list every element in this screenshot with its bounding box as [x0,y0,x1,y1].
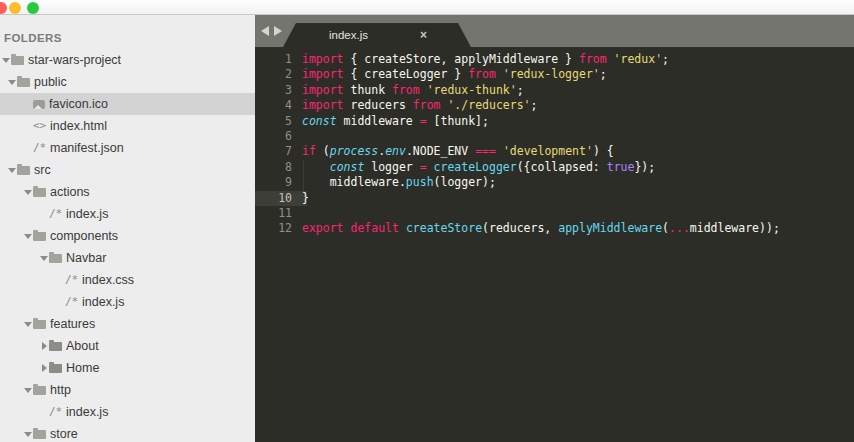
code-token [607,52,614,66]
code-token: ; [531,98,538,112]
disclosure-triangle-icon[interactable] [24,187,32,197]
tree-item-navbar[interactable]: Navbar [0,247,255,269]
tree-item-index-css[interactable]: /*index.css [0,269,255,291]
code-line-6[interactable]: 6 [255,129,854,144]
tree-item-index-html[interactable]: <>index.html [0,115,255,137]
code-token: applyMiddleware [558,221,662,235]
disclosure-triangle-icon[interactable] [24,385,32,395]
tree-item-store[interactable]: store [0,423,255,442]
code-token [302,160,330,174]
tab-index-js[interactable]: index.js × [283,23,471,47]
code-line-2[interactable]: 2import { createLogger } from 'redux-log… [255,67,854,82]
code-file-icon: /* [65,296,78,308]
disclosure-triangle-icon[interactable] [24,429,32,439]
file-tree: star-wars-projectpublicfavicon.ico<>inde… [0,49,255,442]
line-number: 5 [255,114,302,129]
code-token: env [385,144,406,158]
code-token: middleware. [302,175,406,189]
prev-tab-icon[interactable] [261,26,269,36]
tree-item-label: actions [50,185,90,199]
code-line-content[interactable]: middleware.push(logger); [302,175,496,190]
tree-item-about[interactable]: About [0,335,255,357]
folder-icon [17,166,30,175]
code-line-11[interactable]: 11 [255,206,854,221]
code-line-10[interactable]: 10} [255,191,854,206]
tree-item-index-js[interactable]: /*index.js [0,401,255,423]
code-line-7[interactable]: 7if (process.env.NODE_ENV === 'developme… [255,144,854,159]
code-file-icon: /* [33,142,46,154]
sublime-text-window: FOLDERS star-wars-projectpublicfavicon.i… [0,0,854,442]
code-line-1[interactable]: 1import { createStore, applyMiddleware }… [255,52,854,67]
code-token: (reducers, [482,221,558,235]
code-line-3[interactable]: 3import thunk from 'redux-thunk'; [255,83,854,98]
code-line-content[interactable]: if (process.env.NODE_ENV === 'developmen… [302,144,614,159]
code-line-9[interactable]: 9 middleware.push(logger); [255,175,854,190]
line-number: 7 [255,144,302,159]
tree-item-label: index.js [66,207,108,221]
code-token: const [330,160,365,174]
code-line-5[interactable]: 5const middleware = [thunk]; [255,114,854,129]
code-line-4[interactable]: 4import reducers from './reducers'; [255,98,854,113]
tree-item-manifest-json[interactable]: /*manifest.json [0,137,255,159]
tree-item-home[interactable]: Home [0,357,255,379]
disclosure-triangle-icon[interactable] [40,341,48,351]
code-line-content[interactable]: export default createStore(reducers, app… [302,221,780,236]
folder-icon [33,320,46,329]
line-number: 8 [255,160,302,175]
code-line-content[interactable]: const middleware = [thunk]; [302,114,489,129]
disclosure-triangle-icon[interactable] [24,319,32,329]
folder-icon [33,430,46,439]
tree-item-http[interactable]: http [0,379,255,401]
code-line-content[interactable]: const logger = createLogger({collapsed: … [302,160,655,175]
traffic-light-minimize-button[interactable] [9,2,21,14]
tree-item-label: public [34,75,67,89]
disclosure-triangle-icon[interactable] [2,55,10,65]
code-token: 'redux-thunk' [427,83,517,97]
folders-header: FOLDERS [0,29,255,47]
code-token: import [302,52,344,66]
code-token: export [302,221,344,235]
tree-item-src[interactable]: src [0,159,255,181]
tree-item-index-js[interactable]: /*index.js [0,291,255,313]
tree-item-favicon-ico[interactable]: favicon.ico [0,93,255,115]
code-token: ... [669,221,690,235]
code-token: logger [364,160,419,174]
disclosure-triangle-icon[interactable] [40,253,48,263]
folder-icon [17,78,30,87]
traffic-light-close-button[interactable] [0,2,7,14]
code-line-12[interactable]: 12export default createStore(reducers, a… [255,221,854,236]
tree-item-label: About [66,339,99,353]
traffic-light-zoom-button[interactable] [27,2,39,14]
next-tab-icon[interactable] [274,26,282,36]
code-token: [thunk]; [427,114,489,128]
tree-item-components[interactable]: components [0,225,255,247]
code-line-content[interactable]: import { createLogger } from 'redux-logg… [302,67,607,82]
tab-label: index.js [329,29,368,41]
tree-item-index-js[interactable]: /*index.js [0,203,255,225]
tree-item-star-wars-project[interactable]: star-wars-project [0,49,255,71]
close-tab-icon[interactable]: × [420,29,427,41]
tree-item-public[interactable]: public [0,71,255,93]
tree-item-label: http [50,383,71,397]
line-number: 6 [255,129,302,144]
code-lines: 1import { createStore, applyMiddleware }… [255,52,854,237]
code-line-content[interactable]: import reducers from './reducers'; [302,98,537,113]
code-line-content[interactable]: import { createStore, applyMiddleware } … [302,52,669,67]
code-token: === [475,144,496,158]
tab-bar: index.js × [255,15,854,47]
disclosure-triangle-icon[interactable] [40,363,48,373]
code-token: default [350,221,398,235]
code-line-8[interactable]: 8 const logger = createLogger({collapsed… [255,160,854,175]
tree-item-actions[interactable]: actions [0,181,255,203]
disclosure-triangle-icon[interactable] [8,165,16,175]
code-token: from [579,52,607,66]
line-number: 4 [255,98,302,113]
code-line-content[interactable]: import thunk from 'redux-thunk'; [302,83,524,98]
tree-item-features[interactable]: features [0,313,255,335]
code-editor[interactable]: 1import { createStore, applyMiddleware }… [255,47,854,442]
disclosure-triangle-icon[interactable] [24,231,32,241]
disclosure-triangle-icon[interactable] [8,77,16,87]
code-token: import [302,67,344,81]
folder-icon [49,254,62,263]
code-line-content[interactable]: } [302,191,309,206]
